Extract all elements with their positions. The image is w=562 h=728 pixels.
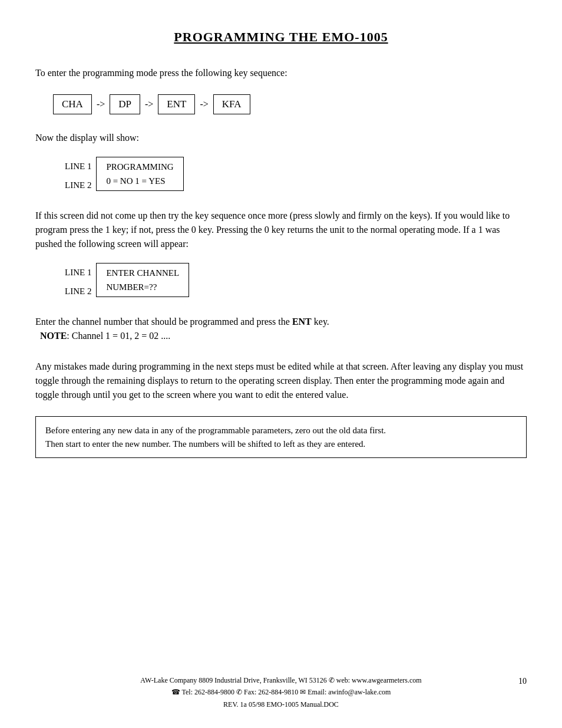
- footer-inner: AW-Lake Company 8809 Industrial Drive, F…: [35, 674, 527, 710]
- display2: LINE 1 LINE 2 ENTER CHANNEL NUMBER=??: [65, 263, 527, 301]
- arrow-1: ->: [97, 99, 105, 110]
- page-number: 10: [518, 674, 527, 710]
- display1-lcd: PROGRAMMING 0 = NO 1 = YES: [96, 157, 183, 191]
- display1-labels: LINE 1 LINE 2: [65, 157, 96, 195]
- footer: AW-Lake Company 8809 Industrial Drive, F…: [35, 674, 527, 710]
- mistakes-paragraph: Any mistakes made during programming in …: [35, 360, 527, 402]
- footer-line3: REV. 1a 05/98 EMO-1005 Manual.DOC: [35, 699, 527, 710]
- channel-text: Enter the channel number that should be …: [35, 317, 290, 327]
- footer-line2: ☎ Tel: 262-884-9800 ✆ Fax: 262-884-9810 …: [35, 686, 527, 698]
- intro-paragraph: To enter the programming mode press the …: [35, 66, 527, 80]
- display2-labels: LINE 1 LINE 2: [65, 263, 96, 301]
- display1-lcd-line2: 0 = NO 1 = YES: [106, 174, 173, 188]
- page-title: PROGRAMMING THE EMO-1005: [35, 29, 527, 45]
- display2-line2-label: LINE 2: [65, 282, 96, 301]
- body-paragraph1: If this screen did not come up then try …: [35, 209, 527, 251]
- display-intro: Now the display will show:: [35, 131, 527, 145]
- channel-ent: ENT: [292, 317, 312, 327]
- display1-line2-label: LINE 2: [65, 176, 96, 195]
- display1-line1-label: LINE 1: [65, 157, 96, 176]
- display1: LINE 1 LINE 2 PROGRAMMING 0 = NO 1 = YES: [65, 157, 527, 195]
- note-label: NOTE: [40, 331, 67, 341]
- key-cha: CHA: [53, 94, 92, 114]
- info-box-line1: Before entering any new data in any of t…: [45, 424, 517, 437]
- channel-text2: key.: [314, 317, 329, 327]
- key-sequence: CHA -> DP -> ENT -> KFA: [53, 94, 527, 114]
- display2-lcd-line1: ENTER CHANNEL: [106, 266, 179, 280]
- note-text: : Channel 1 = 01, 2 = 02 ....: [67, 331, 170, 341]
- display2-lcd-line2: NUMBER=??: [106, 280, 179, 294]
- display2-line1-label: LINE 1: [65, 263, 96, 282]
- info-box-line2: Then start to enter the new number. The …: [45, 437, 517, 451]
- channel-paragraph: Enter the channel number that should be …: [35, 315, 527, 343]
- arrow-2: ->: [145, 99, 153, 110]
- display2-lcd: ENTER CHANNEL NUMBER=??: [96, 263, 189, 297]
- page: PROGRAMMING THE EMO-1005 To enter the pr…: [0, 0, 562, 728]
- key-dp: DP: [110, 94, 140, 114]
- key-kfa: KFA: [213, 94, 250, 114]
- footer-line1: AW-Lake Company 8809 Industrial Drive, F…: [35, 674, 527, 686]
- display1-lcd-line1: PROGRAMMING: [106, 160, 173, 174]
- arrow-3: ->: [200, 99, 208, 110]
- info-box: Before entering any new data in any of t…: [35, 416, 527, 458]
- key-ent: ENT: [158, 94, 195, 114]
